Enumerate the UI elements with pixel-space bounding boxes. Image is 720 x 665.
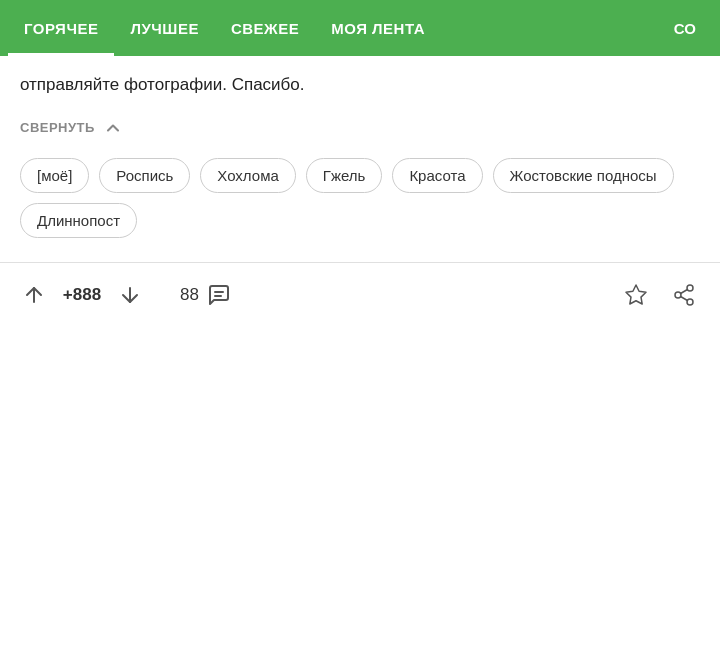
- post-content: отправляйте фотографии. Спасибо. СВЕРНУТ…: [0, 56, 720, 238]
- svg-marker-4: [626, 285, 646, 304]
- action-bar: +888 88: [0, 263, 720, 327]
- svg-point-7: [687, 299, 693, 305]
- nav-item-fresh[interactable]: СВЕЖЕЕ: [215, 0, 315, 56]
- svg-point-6: [675, 292, 681, 298]
- nav-label-feed: МОЯ ЛЕНТА: [331, 20, 425, 37]
- tag-zhostovskie[interactable]: Жостовские подносы: [493, 158, 674, 193]
- svg-point-5: [687, 285, 693, 291]
- vote-section: +888: [16, 277, 148, 313]
- nav-label-hot: ГОРЯЧЕЕ: [24, 20, 98, 37]
- nav-item-co[interactable]: СО: [658, 0, 712, 56]
- nav-item-feed[interactable]: МОЯ ЛЕНТА: [315, 0, 441, 56]
- tag-krasota[interactable]: Красота: [392, 158, 482, 193]
- nav-label-best: ЛУЧШЕЕ: [130, 20, 198, 37]
- comments-section[interactable]: 88: [180, 281, 233, 309]
- top-navigation: ГОРЯЧЕЕ ЛУЧШЕЕ СВЕЖЕЕ МОЯ ЛЕНТА СО: [0, 0, 720, 56]
- tag-moe[interactable]: [моё]: [20, 158, 89, 193]
- nav-item-hot[interactable]: ГОРЯЧЕЕ: [8, 0, 114, 56]
- share-button[interactable]: [664, 275, 704, 315]
- nav-label-fresh: СВЕЖЕЕ: [231, 20, 299, 37]
- upvote-button[interactable]: [16, 277, 52, 313]
- tags-container: [моё] Роспись Хохлома Гжель Красота Жост…: [20, 158, 700, 238]
- favorite-button[interactable]: [616, 275, 656, 315]
- vote-count: +888: [58, 285, 106, 305]
- tag-gjel[interactable]: Гжель: [306, 158, 383, 193]
- comments-icon: [205, 281, 233, 309]
- svg-line-9: [681, 289, 688, 293]
- downvote-button[interactable]: [112, 277, 148, 313]
- comments-count: 88: [180, 285, 199, 305]
- collapse-row[interactable]: СВЕРНУТЬ: [20, 118, 700, 138]
- nav-label-co: СО: [674, 20, 696, 37]
- tag-hohloma[interactable]: Хохлома: [200, 158, 295, 193]
- post-description: отправляйте фотографии. Спасибо.: [20, 72, 700, 98]
- nav-item-best[interactable]: ЛУЧШЕЕ: [114, 0, 214, 56]
- collapse-label: СВЕРНУТЬ: [20, 120, 95, 135]
- tag-dlinnopst[interactable]: Длиннопост: [20, 203, 137, 238]
- chevron-up-icon: [103, 118, 123, 138]
- svg-line-8: [681, 296, 688, 300]
- tag-rospis[interactable]: Роспись: [99, 158, 190, 193]
